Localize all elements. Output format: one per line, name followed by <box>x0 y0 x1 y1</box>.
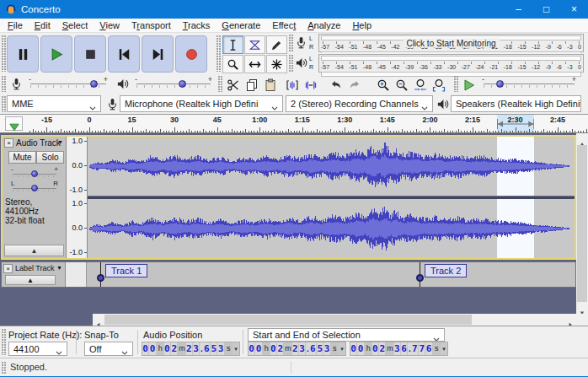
horizontal-scroll-thumb[interactable] <box>104 315 472 325</box>
zoom-out-button[interactable] <box>393 76 411 94</box>
playback-meter[interactable]: LR -57-54-51-48-45-42-39-36-33-30-27-24-… <box>288 53 586 73</box>
record-button[interactable] <box>175 35 207 73</box>
audio-host-select[interactable]: MME <box>7 95 101 112</box>
label-track-close-button[interactable]: × <box>3 264 13 273</box>
draw-tool-button[interactable] <box>266 35 287 54</box>
waveform-channel-right[interactable] <box>88 199 575 258</box>
scroll-left-button[interactable] <box>93 314 104 326</box>
waveform-channel-left[interactable] <box>88 137 575 196</box>
label-text-box[interactable]: Track 2 <box>425 264 467 277</box>
paste-button[interactable] <box>261 76 280 94</box>
audio-track-title[interactable]: Audio Track <box>16 138 61 148</box>
scroll-up-button[interactable] <box>576 133 588 145</box>
vertical-scale-ruler[interactable]: 1.00.0-1.01.00.0-1.0 <box>67 137 88 258</box>
label-track-collapse-button[interactable]: ▲ <box>5 275 56 285</box>
label-marker-knob[interactable] <box>416 274 424 282</box>
solo-button[interactable]: Solo <box>36 151 64 164</box>
zoom-in-button[interactable] <box>374 76 393 94</box>
recording-meter-scale[interactable]: -57-54-51-48-45-42-39-36-33-30-27-24-21-… <box>318 34 584 52</box>
vertical-scrollbar[interactable] <box>576 133 588 314</box>
vertical-scroll-thumb[interactable] <box>577 145 587 302</box>
audio-track[interactable]: × Audio Track ▼ Mute Solo - + L R <box>1 135 576 260</box>
maximize-button[interactable]: □ <box>532 0 560 19</box>
redo-button[interactable] <box>345 76 364 94</box>
mixer-toolbar-grip[interactable] <box>2 76 6 92</box>
gain-slider[interactable]: - + <box>6 167 63 179</box>
copy-button[interactable] <box>243 76 261 94</box>
menu-generate[interactable]: Generate <box>216 19 266 31</box>
speaker-icon[interactable] <box>295 57 307 69</box>
device-toolbar-grip[interactable] <box>2 96 6 112</box>
selection-end-field[interactable]: 00h02m36.776s▾ <box>350 342 448 356</box>
gain-thumb[interactable] <box>31 170 38 177</box>
label-track-menu-arrow[interactable]: ▼ <box>56 265 62 271</box>
recording-channels-select[interactable]: 2 (Stereo) Recording Channels <box>286 95 433 112</box>
menu-view[interactable]: View <box>94 19 126 31</box>
minimize-button[interactable]: – <box>505 0 532 19</box>
playback-volume-thumb[interactable] <box>179 80 186 88</box>
monitoring-hint[interactable]: Click to Start Monitoring <box>403 39 499 48</box>
label-track[interactable]: × Label Track ▼ ▲ Track 1Track 2 <box>1 261 576 288</box>
play-button[interactable] <box>40 35 72 73</box>
microphone-icon[interactable] <box>295 36 307 49</box>
skip-to-start-button[interactable] <box>108 35 140 73</box>
zoom-tool-button[interactable] <box>222 55 243 73</box>
menu-edit[interactable]: Edit <box>29 19 56 31</box>
tools-toolbar-grip[interactable] <box>216 35 221 72</box>
recording-meter[interactable]: LR -57-54-51-48-45-42-39-36-33-30-27-24-… <box>288 33 586 53</box>
waveform-area[interactable] <box>88 137 575 258</box>
play-at-speed-button[interactable] <box>460 76 478 94</box>
time-shift-tool-button[interactable] <box>244 55 265 73</box>
transport-toolbar-grip[interactable] <box>2 35 6 72</box>
play-speed-thumb[interactable] <box>496 80 504 88</box>
recording-meter-grip[interactable] <box>289 35 293 51</box>
skip-to-end-button[interactable] <box>142 35 174 73</box>
trim-audio-button[interactable] <box>283 76 302 94</box>
cut-button[interactable] <box>224 76 243 94</box>
edit-toolbar-grip[interactable] <box>218 76 222 92</box>
audio-track-close-button[interactable]: × <box>4 138 13 148</box>
scroll-down-button[interactable] <box>576 302 588 314</box>
playback-meter-grip[interactable] <box>289 55 293 72</box>
silence-audio-button[interactable] <box>302 76 320 94</box>
menu-transport[interactable]: Transport <box>126 19 177 31</box>
undo-button[interactable] <box>327 76 345 94</box>
label-text-box[interactable]: Track 1 <box>105 264 147 277</box>
audio-track-menu-arrow[interactable]: ▼ <box>57 139 63 145</box>
close-button[interactable]: × <box>560 0 588 19</box>
label-zone[interactable]: Track 1Track 2 <box>87 262 575 287</box>
recording-device-select[interactable]: Microphone (Realtek High Defini <box>120 95 283 112</box>
recording-volume-slider[interactable]: - + <box>24 77 113 90</box>
pan-thumb[interactable] <box>31 185 38 191</box>
fit-selection-button[interactable] <box>411 76 430 94</box>
track-collapse-button[interactable]: ▲ <box>4 245 64 256</box>
selection-toolbar-grip[interactable] <box>2 329 6 355</box>
menu-select[interactable]: Select <box>56 19 94 31</box>
multi-tool-button[interactable] <box>266 55 287 73</box>
playback-device-select[interactable]: Speakers (Realtek High Definiti <box>451 95 581 112</box>
play-speed-slider[interactable]: - + <box>477 77 581 90</box>
pause-button[interactable] <box>7 35 39 73</box>
horizontal-scrollbar[interactable] <box>93 314 576 326</box>
pan-slider[interactable]: L R <box>6 181 63 193</box>
play-at-speed-grip[interactable] <box>454 76 458 92</box>
menu-analyze[interactable]: Analyze <box>302 19 346 31</box>
snap-to-select[interactable]: Off <box>84 342 133 356</box>
time-field-dropdown-arrow[interactable]: ▾ <box>233 342 239 355</box>
selection-tool-button[interactable] <box>222 35 243 54</box>
mute-button[interactable]: Mute <box>8 151 36 164</box>
scroll-right-button[interactable] <box>564 314 576 326</box>
label-track-title[interactable]: Label Track <box>15 264 55 272</box>
envelope-tool-button[interactable] <box>244 35 265 54</box>
menu-help[interactable]: Help <box>346 19 377 31</box>
menu-effect[interactable]: Effect <box>266 19 302 31</box>
menu-file[interactable]: File <box>2 19 29 31</box>
stop-button[interactable] <box>74 35 106 73</box>
time-field-dropdown-arrow[interactable]: ▾ <box>441 342 447 355</box>
menu-tracks[interactable]: Tracks <box>177 19 216 31</box>
fit-project-button[interactable] <box>430 76 448 94</box>
playback-volume-slider[interactable]: - + <box>130 77 217 90</box>
playback-meter-scale[interactable]: -57-54-51-48-45-42-39-36-33-30-27-24-21-… <box>318 54 584 73</box>
project-rate-select[interactable]: 44100 <box>8 342 67 356</box>
track-area[interactable]: × Audio Track ▼ Mute Solo - + L R <box>0 133 588 314</box>
